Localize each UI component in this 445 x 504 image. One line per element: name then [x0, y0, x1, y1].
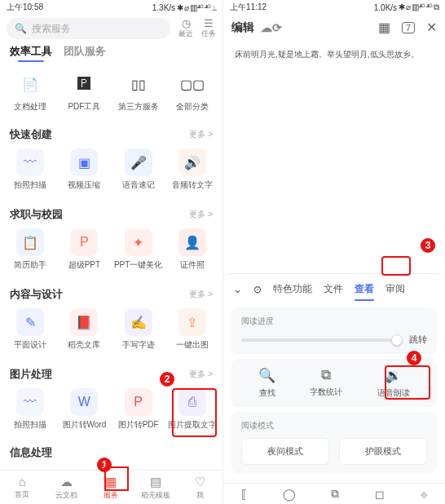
sheet-collapse[interactable]: ⌄ — [233, 283, 242, 295]
status-icons-r: ✱ ⌀ ▥ ⁴ᴳ ⁴ᴳ ⧉ — [399, 2, 438, 12]
wordcount-icon: ⧉ — [321, 367, 331, 383]
item-icon: ✎ — [16, 308, 44, 336]
top-all[interactable]: ▢▢全部分类 — [168, 70, 217, 113]
item-label: 图片转Word — [63, 419, 107, 431]
more-button[interactable]: 更多 > — [189, 289, 213, 300]
item-icon: ▣ — [70, 148, 98, 176]
tool-find[interactable]: 🔍查找 — [258, 367, 275, 399]
top-doc[interactable]: 📄文档处理 — [6, 70, 55, 113]
all-icon: ▢▢ — [178, 70, 206, 98]
item-icon: 🎤 — [125, 148, 152, 176]
page-indicator[interactable]: 7 — [402, 22, 415, 33]
more-button[interactable]: 更多 > — [189, 209, 213, 220]
grid-item[interactable]: 〰拍照扫描 — [6, 388, 55, 431]
nav-cloud[interactable]: ☁云文档 — [45, 471, 90, 504]
nav-templates[interactable]: ▤稻壳模板 — [134, 471, 178, 504]
left-screen: 上午10:58 1.3K/s ✱ ⌀ ▥ ⁴ᴳ ⁴ᴳ ⟂ 🔍 搜索服务 ◷ 最近… — [0, 0, 222, 504]
grid-item[interactable]: ⇪一键出图 — [168, 308, 217, 351]
item-label: 视频压缩 — [68, 179, 100, 191]
cloud-sync-icon[interactable]: ☁⟳ — [261, 21, 282, 34]
item-icon: 🔊 — [178, 148, 206, 176]
anno-4-box — [385, 365, 430, 400]
grid-item[interactable]: 📕稻壳文库 — [59, 308, 108, 351]
section-0: 快速创建更多 >〰拍照扫描▣视频压缩🎤语音速记🔊音频转文字 — [0, 121, 222, 201]
sheet-help-icon[interactable]: ⊙ — [253, 284, 262, 295]
mode-eye[interactable]: 护眼模式 — [339, 438, 427, 465]
grid-item[interactable]: ▣视频压缩 — [59, 148, 108, 191]
search-placeholder: 搜索服务 — [32, 22, 71, 36]
item-icon: ✦ — [125, 228, 152, 256]
grid-item[interactable]: ✦PPT一键美化 — [114, 228, 163, 271]
item-label: 图片转PDF — [118, 419, 159, 431]
grid-icon[interactable]: ▦ — [378, 20, 390, 35]
top-pdf[interactable]: 🅿PDF工具 — [59, 70, 108, 113]
tab-efficiency[interactable]: 效率工具 — [10, 44, 52, 59]
section-head: 快速创建更多 > — [0, 122, 222, 142]
progress-block: 阅读进度 跳转 — [231, 307, 437, 354]
nav-home[interactable]: ⌂首页 — [0, 471, 45, 504]
grid-item[interactable]: W图片转Word — [59, 388, 108, 431]
doc-text: 床前明月光,疑是地上霜。举头望明月,低头思故乡。 — [235, 50, 419, 59]
sheet-tab-file[interactable]: 文件 — [324, 282, 343, 296]
item-icon: ⇪ — [178, 308, 206, 336]
tasks-button[interactable]: ☰ 任务 — [201, 18, 216, 39]
section-info-title: 信息处理 — [10, 445, 52, 460]
tool-wordcount[interactable]: ⧉字数统计 — [310, 367, 342, 399]
more-button[interactable]: 更多 > — [189, 129, 213, 140]
more-button[interactable]: 更多 > — [189, 369, 213, 380]
grid-item[interactable]: P超级PPT — [59, 228, 108, 271]
status-icons: ✱ ⌀ ▥ ⁴ᴳ ⁴ᴳ ⟂ — [177, 3, 216, 12]
sheet-tab-view[interactable]: 查看 — [355, 282, 374, 296]
close-icon[interactable]: ✕ — [426, 20, 437, 35]
document-body[interactable]: 床前明月光,疑是地上霜。举头望明月,低头思故乡。 — [223, 40, 445, 228]
search-input[interactable]: 🔍 搜索服务 — [7, 18, 170, 39]
item-label: 拍照扫描 — [14, 419, 46, 431]
sheet-tab-review[interactable]: 审阅 — [386, 282, 405, 296]
item-label: 平面设计 — [14, 339, 46, 351]
grid-item[interactable]: 🔊音频转文字 — [168, 148, 217, 191]
sys-2[interactable]: ◯ — [283, 488, 296, 501]
grid-item[interactable]: 👤证件照 — [168, 228, 217, 271]
item-label: 一键出图 — [176, 339, 209, 351]
recent-button[interactable]: ◷ 最近 — [178, 18, 193, 39]
cloud-icon: ☁ — [60, 475, 73, 489]
grid-item[interactable]: ✍手写字迹 — [114, 308, 163, 351]
mode-night[interactable]: 夜间模式 — [241, 438, 329, 465]
top-grid: 📄文档处理 🅿PDF工具 ▯▯第三方服务 ▢▢全部分类 — [0, 64, 222, 121]
item-icon: W — [70, 388, 98, 416]
tasks-label: 任务 — [201, 29, 216, 39]
item-label: 超级PPT — [68, 259, 100, 271]
jump-button[interactable]: 跳转 — [409, 334, 427, 346]
sys-1[interactable]: ⟦ — [241, 488, 247, 501]
tab-team[interactable]: 团队服务 — [64, 44, 106, 59]
grid-item[interactable]: 🎤语音速记 — [114, 148, 163, 191]
system-navbar: ⟦ ◯ ⧉ ◻ ⟐ — [223, 483, 445, 504]
item-label: 音频转文字 — [172, 179, 213, 191]
grid-item[interactable]: ✎平面设计 — [6, 308, 55, 351]
section-title: 求职与校园 — [10, 207, 63, 222]
anno-2-box — [172, 388, 217, 437]
status-time-r: 上午11:12 — [230, 2, 267, 13]
item-icon: ✍ — [125, 308, 152, 336]
sys-5[interactable]: ⟐ — [421, 488, 427, 501]
slider-thumb[interactable] — [391, 334, 403, 346]
grid-item[interactable]: 〰拍照扫描 — [6, 148, 55, 191]
top-thirdparty[interactable]: ▯▯第三方服务 — [114, 70, 163, 113]
status-net-r: 1.0K/s — [374, 3, 397, 12]
grid-item[interactable]: 📋简历助手 — [6, 228, 55, 271]
item-label: 语音速记 — [122, 179, 155, 191]
sys-3[interactable]: ⧉ — [331, 487, 339, 501]
section-head: 求职与校园更多 > — [0, 202, 222, 222]
sys-4[interactable]: ◻ — [375, 488, 385, 501]
home-icon: ⌂ — [19, 475, 26, 489]
search-icon: 🔍 — [15, 23, 27, 34]
item-label: 手写字迹 — [122, 339, 155, 351]
progress-slider[interactable] — [241, 338, 401, 342]
nav-me[interactable]: ♡我 — [178, 471, 222, 504]
item-label: 拍照扫描 — [14, 179, 46, 191]
right-screen: 上午11:12 1.0K/s ✱ ⌀ ▥ ⁴ᴳ ⁴ᴳ ⧉ 编辑 ☁⟳ ▦ 7 ✕… — [222, 0, 445, 504]
grid-item[interactable]: P图片转PDF — [114, 388, 163, 431]
doc-title: 编辑 — [231, 20, 254, 35]
sheet-tab-features[interactable]: 特色功能 — [273, 282, 312, 296]
item-icon: 〰 — [16, 388, 44, 416]
